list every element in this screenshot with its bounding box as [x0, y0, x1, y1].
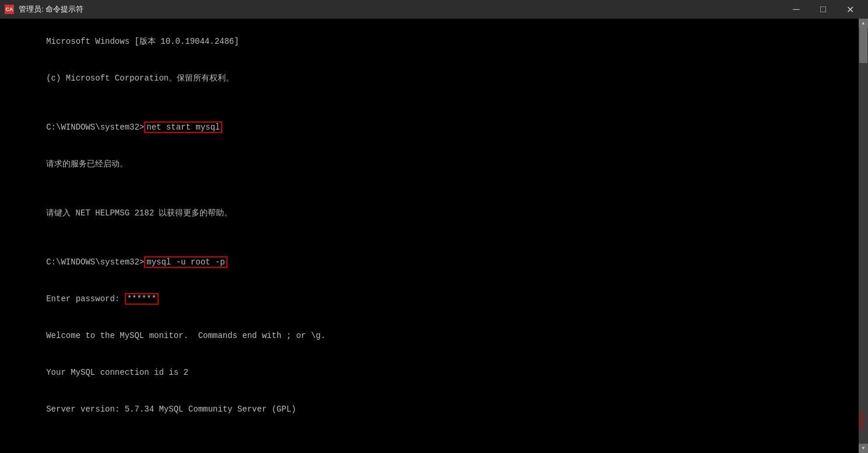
title-bar-left: CA 管理员: 命令提示符: [5, 4, 83, 15]
line-server-version: Server version: 5.7.34 MySQL Community S…: [7, 391, 852, 428]
line-blank3: [7, 428, 852, 440]
line-service-started: 请求的服务已经启动。: [7, 146, 852, 183]
terminal-body[interactable]: Microsoft Windows [版本 10.0.19044.2486] (…: [0, 19, 868, 453]
scrollbar-track[interactable]: [859, 28, 868, 444]
line-helpmsg: 请键入 NET HELPMSG 2182 以获得更多的帮助。: [7, 195, 852, 232]
scroll-down-button[interactable]: ▼: [859, 444, 868, 453]
maximize-button[interactable]: □: [810, 0, 836, 19]
line-mysql-login: C:\WINDOWS\system32>mysql -u root -p: [7, 244, 852, 281]
line-blank1: [7, 183, 852, 195]
line-blank2: [7, 232, 852, 244]
title-bar-controls: ─ □ ✕: [783, 0, 863, 19]
window-title: 管理员: 命令提示符: [19, 4, 83, 15]
password-input: ******: [125, 293, 159, 305]
line-copyright: Copyright (c) 2000, 2021, Oracle and/or …: [7, 440, 852, 453]
minimize-button[interactable]: ─: [783, 0, 810, 19]
line-connection-id: Your MySQL connection id is 2: [7, 354, 852, 391]
terminal-content: Microsoft Windows [版本 10.0.19044.2486] (…: [7, 23, 861, 453]
line-welcome: Welcome to the MySQL monitor. Commands e…: [7, 318, 852, 354]
net-start-command: net start mysql: [144, 121, 222, 133]
scrollbar[interactable]: ▲ ▼: [859, 19, 868, 453]
line-net-start: C:\WINDOWS\system32>net start mysql: [7, 109, 852, 146]
scrollbar-thumb[interactable]: [859, 28, 867, 63]
line-2: (c) Microsoft Corporation。保留所有权利。: [7, 60, 852, 97]
line-password: Enter password: ******: [7, 281, 852, 318]
scroll-up-button[interactable]: ▲: [859, 19, 868, 28]
csdn-watermark: CSDN: [856, 412, 866, 430]
cmd-icon: CA: [5, 5, 14, 14]
cmd-window: CA 管理员: 命令提示符 ─ □ ✕ Microsoft Windows [版…: [0, 0, 868, 453]
title-bar: CA 管理员: 命令提示符 ─ □ ✕: [0, 0, 868, 19]
line-1: Microsoft Windows [版本 10.0.19044.2486]: [7, 23, 852, 60]
close-button[interactable]: ✕: [836, 0, 863, 19]
line-3: [7, 97, 852, 109]
mysql-command: mysql -u root -p: [144, 256, 227, 268]
